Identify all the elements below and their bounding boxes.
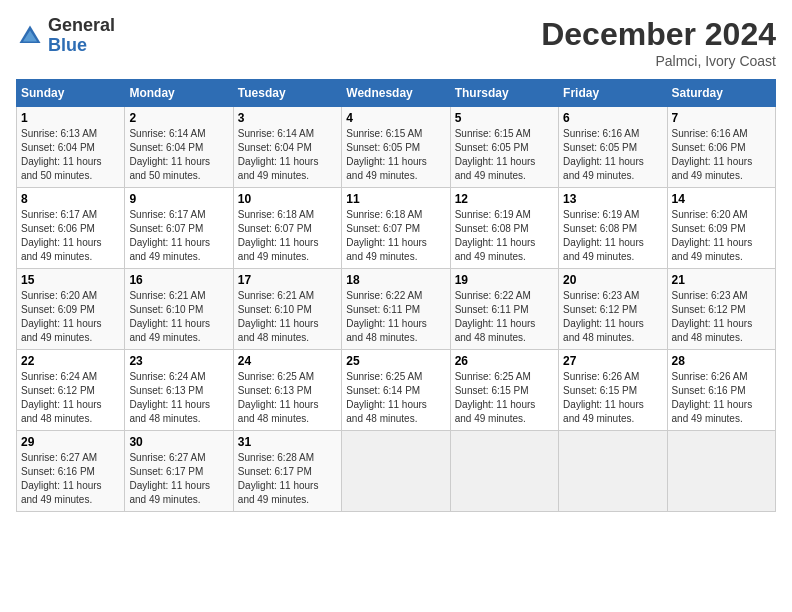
day-info: Sunrise: 6:14 AMSunset: 6:04 PMDaylight:…: [129, 127, 228, 183]
calendar-week-row: 22Sunrise: 6:24 AMSunset: 6:12 PMDayligh…: [17, 350, 776, 431]
day-info: Sunrise: 6:26 AMSunset: 6:15 PMDaylight:…: [563, 370, 662, 426]
day-number: 5: [455, 111, 554, 125]
day-info: Sunrise: 6:16 AMSunset: 6:06 PMDaylight:…: [672, 127, 771, 183]
day-number: 3: [238, 111, 337, 125]
calendar-day-cell: 4Sunrise: 6:15 AMSunset: 6:05 PMDaylight…: [342, 107, 450, 188]
calendar-day-cell: 22Sunrise: 6:24 AMSunset: 6:12 PMDayligh…: [17, 350, 125, 431]
day-number: 15: [21, 273, 120, 287]
day-info: Sunrise: 6:27 AMSunset: 6:16 PMDaylight:…: [21, 451, 120, 507]
day-number: 23: [129, 354, 228, 368]
day-info: Sunrise: 6:19 AMSunset: 6:08 PMDaylight:…: [563, 208, 662, 264]
day-number: 16: [129, 273, 228, 287]
calendar-table: SundayMondayTuesdayWednesdayThursdayFrid…: [16, 79, 776, 512]
day-number: 2: [129, 111, 228, 125]
calendar-day-cell: 11Sunrise: 6:18 AMSunset: 6:07 PMDayligh…: [342, 188, 450, 269]
calendar-day-cell: 15Sunrise: 6:20 AMSunset: 6:09 PMDayligh…: [17, 269, 125, 350]
day-info: Sunrise: 6:20 AMSunset: 6:09 PMDaylight:…: [21, 289, 120, 345]
calendar-day-cell: 20Sunrise: 6:23 AMSunset: 6:12 PMDayligh…: [559, 269, 667, 350]
day-number: 19: [455, 273, 554, 287]
day-info: Sunrise: 6:21 AMSunset: 6:10 PMDaylight:…: [129, 289, 228, 345]
calendar-header: SundayMondayTuesdayWednesdayThursdayFrid…: [17, 80, 776, 107]
day-info: Sunrise: 6:26 AMSunset: 6:16 PMDaylight:…: [672, 370, 771, 426]
day-number: 18: [346, 273, 445, 287]
day-number: 30: [129, 435, 228, 449]
day-number: 31: [238, 435, 337, 449]
calendar-day-cell: 5Sunrise: 6:15 AMSunset: 6:05 PMDaylight…: [450, 107, 558, 188]
weekday-header: Thursday: [450, 80, 558, 107]
day-info: Sunrise: 6:28 AMSunset: 6:17 PMDaylight:…: [238, 451, 337, 507]
calendar-day-cell: 24Sunrise: 6:25 AMSunset: 6:13 PMDayligh…: [233, 350, 341, 431]
weekday-header: Monday: [125, 80, 233, 107]
calendar-day-cell: 8Sunrise: 6:17 AMSunset: 6:06 PMDaylight…: [17, 188, 125, 269]
title-block: December 2024 Palmci, Ivory Coast: [541, 16, 776, 69]
day-info: Sunrise: 6:20 AMSunset: 6:09 PMDaylight:…: [672, 208, 771, 264]
page-header: General Blue December 2024 Palmci, Ivory…: [16, 16, 776, 69]
logo-general: General: [48, 15, 115, 35]
day-number: 24: [238, 354, 337, 368]
day-info: Sunrise: 6:13 AMSunset: 6:04 PMDaylight:…: [21, 127, 120, 183]
day-number: 27: [563, 354, 662, 368]
day-number: 20: [563, 273, 662, 287]
day-number: 25: [346, 354, 445, 368]
calendar-day-cell: 9Sunrise: 6:17 AMSunset: 6:07 PMDaylight…: [125, 188, 233, 269]
day-number: 29: [21, 435, 120, 449]
calendar-day-cell: 28Sunrise: 6:26 AMSunset: 6:16 PMDayligh…: [667, 350, 775, 431]
day-number: 9: [129, 192, 228, 206]
calendar-subtitle: Palmci, Ivory Coast: [541, 53, 776, 69]
day-number: 10: [238, 192, 337, 206]
logo-icon: [16, 22, 44, 50]
day-info: Sunrise: 6:25 AMSunset: 6:14 PMDaylight:…: [346, 370, 445, 426]
day-info: Sunrise: 6:22 AMSunset: 6:11 PMDaylight:…: [455, 289, 554, 345]
calendar-week-row: 15Sunrise: 6:20 AMSunset: 6:09 PMDayligh…: [17, 269, 776, 350]
calendar-day-cell: 12Sunrise: 6:19 AMSunset: 6:08 PMDayligh…: [450, 188, 558, 269]
calendar-day-cell: 30Sunrise: 6:27 AMSunset: 6:17 PMDayligh…: [125, 431, 233, 512]
calendar-day-cell: 17Sunrise: 6:21 AMSunset: 6:10 PMDayligh…: [233, 269, 341, 350]
day-info: Sunrise: 6:22 AMSunset: 6:11 PMDaylight:…: [346, 289, 445, 345]
day-info: Sunrise: 6:24 AMSunset: 6:12 PMDaylight:…: [21, 370, 120, 426]
day-info: Sunrise: 6:21 AMSunset: 6:10 PMDaylight:…: [238, 289, 337, 345]
day-number: 11: [346, 192, 445, 206]
day-number: 14: [672, 192, 771, 206]
day-info: Sunrise: 6:18 AMSunset: 6:07 PMDaylight:…: [346, 208, 445, 264]
day-info: Sunrise: 6:14 AMSunset: 6:04 PMDaylight:…: [238, 127, 337, 183]
day-info: Sunrise: 6:23 AMSunset: 6:12 PMDaylight:…: [563, 289, 662, 345]
weekday-header: Saturday: [667, 80, 775, 107]
weekday-header: Tuesday: [233, 80, 341, 107]
calendar-body: 1Sunrise: 6:13 AMSunset: 6:04 PMDaylight…: [17, 107, 776, 512]
weekday-header: Sunday: [17, 80, 125, 107]
calendar-day-cell: 29Sunrise: 6:27 AMSunset: 6:16 PMDayligh…: [17, 431, 125, 512]
calendar-day-cell: 13Sunrise: 6:19 AMSunset: 6:08 PMDayligh…: [559, 188, 667, 269]
day-info: Sunrise: 6:24 AMSunset: 6:13 PMDaylight:…: [129, 370, 228, 426]
day-number: 21: [672, 273, 771, 287]
calendar-day-cell: 25Sunrise: 6:25 AMSunset: 6:14 PMDayligh…: [342, 350, 450, 431]
calendar-title: December 2024: [541, 16, 776, 53]
weekday-header: Wednesday: [342, 80, 450, 107]
day-info: Sunrise: 6:23 AMSunset: 6:12 PMDaylight:…: [672, 289, 771, 345]
logo-text: General Blue: [48, 16, 115, 56]
day-number: 1: [21, 111, 120, 125]
day-number: 22: [21, 354, 120, 368]
calendar-day-cell: 27Sunrise: 6:26 AMSunset: 6:15 PMDayligh…: [559, 350, 667, 431]
calendar-day-cell: [342, 431, 450, 512]
weekday-row: SundayMondayTuesdayWednesdayThursdayFrid…: [17, 80, 776, 107]
day-info: Sunrise: 6:15 AMSunset: 6:05 PMDaylight:…: [346, 127, 445, 183]
day-number: 6: [563, 111, 662, 125]
calendar-day-cell: [559, 431, 667, 512]
calendar-week-row: 29Sunrise: 6:27 AMSunset: 6:16 PMDayligh…: [17, 431, 776, 512]
calendar-day-cell: 10Sunrise: 6:18 AMSunset: 6:07 PMDayligh…: [233, 188, 341, 269]
logo-blue: Blue: [48, 35, 87, 55]
day-number: 17: [238, 273, 337, 287]
calendar-week-row: 8Sunrise: 6:17 AMSunset: 6:06 PMDaylight…: [17, 188, 776, 269]
day-info: Sunrise: 6:19 AMSunset: 6:08 PMDaylight:…: [455, 208, 554, 264]
calendar-day-cell: 31Sunrise: 6:28 AMSunset: 6:17 PMDayligh…: [233, 431, 341, 512]
calendar-day-cell: 19Sunrise: 6:22 AMSunset: 6:11 PMDayligh…: [450, 269, 558, 350]
day-info: Sunrise: 6:18 AMSunset: 6:07 PMDaylight:…: [238, 208, 337, 264]
weekday-header: Friday: [559, 80, 667, 107]
calendar-day-cell: 14Sunrise: 6:20 AMSunset: 6:09 PMDayligh…: [667, 188, 775, 269]
day-number: 26: [455, 354, 554, 368]
calendar-day-cell: [667, 431, 775, 512]
calendar-day-cell: 7Sunrise: 6:16 AMSunset: 6:06 PMDaylight…: [667, 107, 775, 188]
calendar-day-cell: 21Sunrise: 6:23 AMSunset: 6:12 PMDayligh…: [667, 269, 775, 350]
day-info: Sunrise: 6:25 AMSunset: 6:13 PMDaylight:…: [238, 370, 337, 426]
calendar-day-cell: 26Sunrise: 6:25 AMSunset: 6:15 PMDayligh…: [450, 350, 558, 431]
